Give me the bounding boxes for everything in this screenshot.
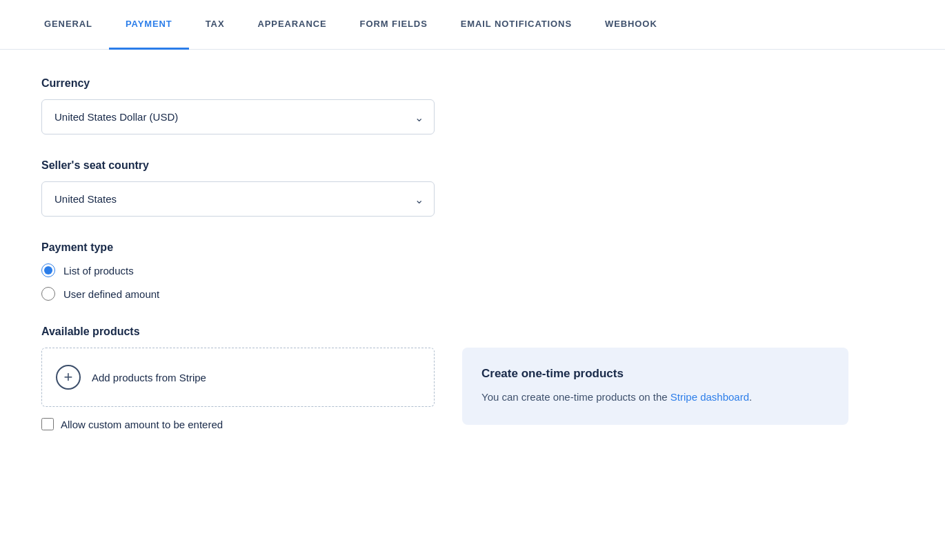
add-products-button[interactable]: + Add products from Stripe <box>41 348 435 407</box>
payment-type-section: Payment type List of products User defin… <box>41 241 904 301</box>
custom-amount-checkbox-row: Allow custom amount to be entered <box>41 418 435 430</box>
radio-list-of-products[interactable]: List of products <box>41 263 904 277</box>
radio-label-user-defined-amount: User defined amount <box>63 288 159 300</box>
sellers-seat-country-section: Seller's seat country United States Unit… <box>41 159 904 217</box>
plus-circle-icon: + <box>56 365 81 390</box>
currency-label: Currency <box>41 77 904 90</box>
available-products-label: Available products <box>41 326 904 338</box>
nav-item-tax[interactable]: TAX <box>189 0 241 50</box>
currency-select[interactable]: United States Dollar (USD) Euro (EUR) Br… <box>41 99 435 134</box>
info-card-text-suffix: . <box>749 391 752 403</box>
nav-item-payment[interactable]: PAYMENT <box>109 0 189 50</box>
payment-type-label: Payment type <box>41 241 904 254</box>
currency-section: Currency United States Dollar (USD) Euro… <box>41 77 904 134</box>
radio-input-user-defined-amount[interactable] <box>41 287 55 301</box>
info-card: Create one-time products You can create … <box>462 348 848 425</box>
info-card-text-content: You can create one-time products on the <box>481 391 670 403</box>
nav-item-appearance[interactable]: APPEARANCE <box>241 0 343 50</box>
nav-item-form-fields[interactable]: FORM FIELDS <box>344 0 444 50</box>
nav-item-email-notifications[interactable]: EMAIL NOTIFICATIONS <box>444 0 588 50</box>
payment-type-radio-group: List of products User defined amount <box>41 263 904 301</box>
stripe-dashboard-link[interactable]: Stripe dashboard <box>670 391 749 403</box>
radio-user-defined-amount[interactable]: User defined amount <box>41 287 904 301</box>
top-navigation: GENERAL PAYMENT TAX APPEARANCE FORM FIEL… <box>0 0 945 50</box>
info-card-title: Create one-time products <box>481 367 829 381</box>
nav-item-general[interactable]: GENERAL <box>28 0 109 50</box>
col-right: Create one-time products You can create … <box>462 348 848 425</box>
available-products-section: Available products + Add products from S… <box>41 326 904 430</box>
add-products-label: Add products from Stripe <box>92 372 206 383</box>
custom-amount-checkbox[interactable] <box>41 418 54 430</box>
col-left: + Add products from Stripe Allow custom … <box>41 348 435 430</box>
custom-amount-label: Allow custom amount to be entered <box>61 419 223 430</box>
main-content: Currency United States Dollar (USD) Euro… <box>0 50 945 560</box>
radio-label-list-of-products: List of products <box>63 265 134 277</box>
two-col-layout: + Add products from Stripe Allow custom … <box>41 348 904 430</box>
info-card-text: You can create one-time products on the … <box>481 389 829 406</box>
sellers-seat-country-select[interactable]: United States United Kingdom Canada <box>41 181 435 217</box>
nav-item-webhook[interactable]: WEBHOOK <box>588 0 674 50</box>
sellers-seat-country-label: Seller's seat country <box>41 159 904 172</box>
radio-input-list-of-products[interactable] <box>41 263 55 277</box>
currency-select-wrapper: United States Dollar (USD) Euro (EUR) Br… <box>41 99 435 134</box>
sellers-seat-country-select-wrapper: United States United Kingdom Canada ⌄ <box>41 181 435 217</box>
